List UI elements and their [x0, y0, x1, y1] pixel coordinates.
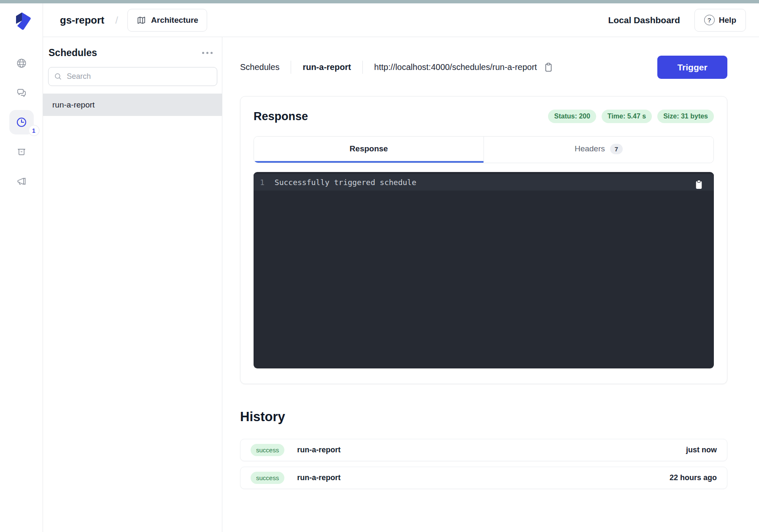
tab-response[interactable]: Response [254, 137, 483, 163]
window-title-strip [0, 0, 759, 3]
trigger-button[interactable]: Trigger [657, 56, 727, 79]
schedule-list-item[interactable]: run-a-report [43, 94, 222, 116]
map-icon [136, 15, 146, 25]
breadcrumb-section: Schedules [240, 62, 279, 72]
architecture-button[interactable]: Architecture [127, 9, 207, 32]
schedules-panel: Schedules run-a-report [43, 37, 222, 532]
main-area: Schedules run-a-report http://localhost:… [222, 37, 759, 532]
clock-icon [16, 116, 27, 128]
tab-headers[interactable]: Headers 7 [483, 137, 713, 163]
icon-rail: 1 [0, 3, 43, 532]
wing-logo-icon [11, 11, 32, 30]
clipboard-solid-icon [694, 179, 704, 191]
response-card: Response Status: 200 Time: 5.47 s Size: … [240, 96, 727, 384]
response-body-viewer[interactable]: 1 Successfully triggered schedule [254, 172, 714, 368]
schedules-list: run-a-report [43, 94, 222, 116]
headers-count-badge: 7 [610, 144, 623, 154]
breadcrumb: Schedules run-a-report http://localhost:… [240, 56, 727, 79]
history-timestamp: 22 hours ago [670, 473, 717, 482]
megaphone-icon [16, 176, 27, 187]
response-title: Response [254, 110, 308, 123]
panel-menu-button[interactable] [200, 48, 215, 57]
architecture-label: Architecture [151, 16, 198, 25]
search-input[interactable] [67, 72, 211, 81]
history-title: History [240, 409, 727, 425]
copy-response-button[interactable] [694, 179, 704, 192]
response-body-text: Successfully triggered schedule [275, 178, 416, 187]
app-shell: 1 gs-report / [0, 3, 759, 532]
panel-title: Schedules [49, 47, 97, 59]
sidebar-item-globe[interactable] [12, 54, 31, 73]
line-number: 1 [260, 178, 265, 187]
clipboard-icon [543, 62, 554, 73]
bucket-icon [16, 146, 27, 157]
breadcrumb-schedule-name: run-a-report [303, 62, 351, 72]
time-badge: Time: 5.47 s [602, 110, 652, 123]
sidebar-item-buckets[interactable] [12, 142, 31, 161]
status-pill: success [251, 472, 284, 484]
code-line: 1 Successfully triggered schedule [254, 174, 714, 191]
chat-icon [16, 87, 27, 98]
divider [291, 61, 291, 74]
breadcrumb-separator: / [115, 14, 118, 26]
top-header: gs-report / Architecture Local Dashboard… [43, 3, 759, 37]
response-badges: Status: 200 Time: 5.47 s Size: 31 bytes [548, 110, 714, 123]
tab-headers-label: Headers [575, 144, 605, 153]
history-timestamp: just now [686, 446, 717, 454]
help-button[interactable]: ? Help [694, 9, 746, 32]
app-logo[interactable] [0, 3, 43, 37]
search-box[interactable] [48, 67, 217, 86]
divider [362, 61, 363, 74]
tab-response-label: Response [350, 144, 388, 153]
search-icon [54, 72, 62, 81]
schedules-count-badge: 1 [28, 125, 40, 136]
sidebar-item-chat[interactable] [12, 83, 31, 102]
rail-icon-list: 1 [9, 37, 34, 191]
question-icon: ? [704, 15, 715, 25]
history-schedule-name: run-a-report [297, 446, 340, 454]
sidebar-item-announce[interactable] [12, 172, 31, 191]
history-row[interactable]: success run-a-report 22 hours ago [240, 467, 727, 489]
schedule-url: http://localhost:4000/schedules/run-a-re… [374, 62, 537, 72]
globe-icon [16, 58, 27, 69]
history-schedule-name: run-a-report [297, 473, 340, 482]
dashboard-label: Local Dashboard [608, 15, 680, 25]
copy-url-button[interactable] [543, 62, 554, 73]
status-pill: success [251, 444, 284, 456]
help-label: Help [719, 16, 736, 25]
project-name: gs-report [60, 14, 104, 26]
status-badge: Status: 200 [548, 110, 596, 123]
sidebar-item-schedules[interactable]: 1 [9, 110, 34, 134]
history-row[interactable]: success run-a-report just now [240, 439, 727, 461]
response-tabs: Response Headers 7 [254, 136, 714, 163]
size-badge: Size: 31 bytes [657, 110, 714, 123]
